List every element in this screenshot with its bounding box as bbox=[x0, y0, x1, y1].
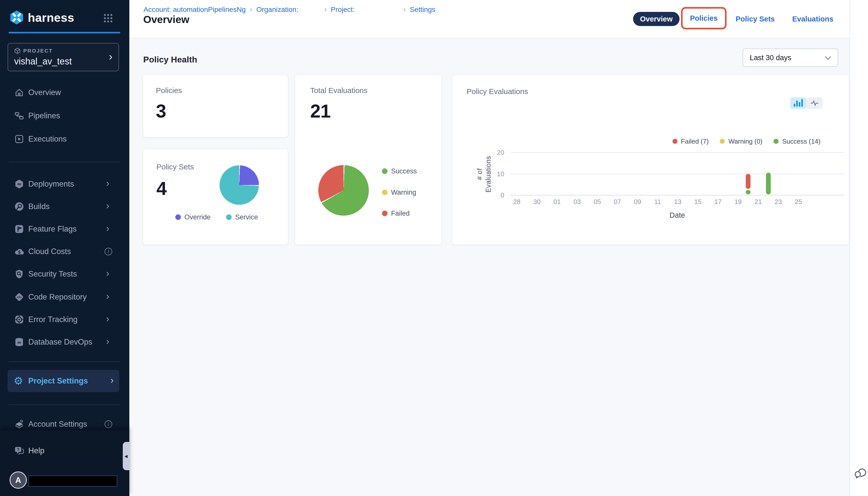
tab-policies[interactable]: Policies bbox=[690, 14, 718, 22]
sidebar-item-label: Feature Flags bbox=[28, 224, 77, 234]
pipelines-icon bbox=[14, 110, 25, 121]
gridline bbox=[510, 195, 844, 196]
legend-dot-warning bbox=[382, 190, 387, 195]
sidebar-item-label: Pipelines bbox=[28, 111, 60, 120]
chevron-right-icon: › bbox=[106, 200, 109, 211]
bar-segment-failed bbox=[746, 174, 751, 189]
x-tick-label: 11 bbox=[649, 198, 666, 206]
avatar[interactable]: A bbox=[10, 471, 27, 489]
sidebar-item-help[interactable]: ? Help bbox=[0, 440, 129, 461]
policies-card: Policies 3 bbox=[143, 75, 288, 137]
chevron-down-icon bbox=[825, 53, 831, 60]
deployments-icon: ∞ bbox=[14, 179, 25, 190]
gridline bbox=[510, 174, 844, 174]
sidebar-item-security-tests[interactable]: Security Tests › bbox=[0, 264, 129, 284]
main-content: Policy Health Last 30 days Policies 3 Po… bbox=[129, 38, 850, 496]
sidebar-item-label: Cloud Costs bbox=[28, 247, 71, 256]
x-tick-label: 01 bbox=[548, 198, 566, 206]
sidebar-item-database-devops[interactable]: ∞ Database DevOps › bbox=[0, 332, 129, 352]
sidebar-item-code-repository[interactable]: </> Code Repository › bbox=[0, 287, 129, 307]
sidebar-bottom-panel: ? Help A bbox=[0, 430, 129, 496]
sidebar-item-builds[interactable]: Builds › bbox=[0, 197, 129, 217]
breadcrumb-account[interactable]: Account: automationPipelinesNg bbox=[144, 5, 246, 14]
svg-text:∞: ∞ bbox=[17, 181, 21, 187]
help-icon: ? bbox=[14, 445, 25, 456]
chevron-right-icon: › bbox=[110, 375, 114, 386]
legend-dot-failed bbox=[382, 211, 387, 216]
legend-item: Success bbox=[382, 167, 417, 176]
sidebar-item-project-settings[interactable]: ⚙ Project Settings › bbox=[7, 370, 119, 392]
sidebar-item-label: Builds bbox=[28, 202, 49, 211]
legend-dot-override bbox=[175, 214, 181, 220]
x-tick-label: 21 bbox=[749, 198, 767, 206]
policy-sets-count: 4 bbox=[156, 178, 166, 199]
bar-segment-success bbox=[766, 173, 771, 195]
policy-sets-card: Policy Sets 4 Override Service bbox=[143, 150, 288, 245]
policies-count: 3 bbox=[156, 100, 166, 122]
svg-text:?: ? bbox=[17, 448, 19, 452]
x-tick-label: 28 bbox=[508, 198, 526, 206]
tab-policy-sets[interactable]: Policy Sets bbox=[736, 15, 775, 23]
y-tick-label: 0 bbox=[483, 191, 504, 199]
sidebar-item-label: Code Repository bbox=[28, 293, 87, 301]
total-evaluations-card: Total Evaluations 21 Success Warning Fai… bbox=[295, 75, 441, 245]
total-evaluations-count: 21 bbox=[310, 100, 331, 122]
code-repository-icon: </> bbox=[14, 292, 25, 303]
apps-grid-icon[interactable] bbox=[102, 13, 114, 24]
chevron-right-icon: › bbox=[106, 178, 109, 189]
tab-evaluations[interactable]: Evaluations bbox=[792, 15, 833, 23]
legend-label: Success bbox=[391, 167, 417, 175]
legend-item: Override bbox=[175, 213, 211, 222]
sidebar-divider bbox=[9, 361, 120, 362]
sidebar-item-label: Overview bbox=[28, 88, 61, 97]
breadcrumb-settings[interactable]: Settings bbox=[410, 5, 435, 14]
sidebar-item-label: Security Tests bbox=[28, 269, 77, 279]
breadcrumb-organization[interactable]: Organization: bbox=[256, 5, 299, 14]
breadcrumb-project[interactable]: Project: bbox=[331, 5, 355, 14]
x-tick-label: 25 bbox=[789, 198, 807, 206]
sidebar: harness PROJECT vishal_av_test › Overvie… bbox=[0, 0, 129, 496]
sidebar-item-label: Database DevOps bbox=[28, 338, 92, 346]
logo-underline bbox=[9, 32, 120, 33]
legend-label: Warning bbox=[391, 189, 416, 197]
policy-evaluations-card: Policy Evaluations Failed (7) Warning (0… bbox=[452, 75, 849, 245]
sidebar-item-pipelines[interactable]: Pipelines bbox=[0, 106, 129, 126]
legend-item: Failed bbox=[382, 209, 410, 218]
sidebar-item-deployments[interactable]: ∞ Deployments › bbox=[0, 174, 129, 194]
project-name: vishal_av_test bbox=[14, 56, 112, 67]
support-chat-icon[interactable] bbox=[853, 466, 867, 480]
annotation-highlight: Policies bbox=[681, 7, 726, 29]
cube-icon bbox=[14, 48, 21, 54]
bar-chart-plot: # of Evaluations Date 010202830010305070… bbox=[452, 75, 849, 245]
x-tick-label: 07 bbox=[609, 198, 626, 206]
sidebar-item-executions[interactable]: Executions bbox=[0, 129, 129, 149]
page-title: Overview bbox=[143, 14, 189, 26]
sidebar-item-cloud-costs[interactable]: $ Cloud Costs i bbox=[0, 242, 129, 262]
chevron-right-icon: › bbox=[106, 223, 109, 234]
harness-logo: harness bbox=[9, 9, 74, 26]
tab-overview[interactable]: Overview bbox=[633, 12, 679, 26]
x-tick-label: 15 bbox=[689, 198, 707, 206]
info-icon[interactable]: i bbox=[105, 420, 112, 428]
info-icon[interactable]: i bbox=[105, 248, 112, 255]
project-selector[interactable]: PROJECT vishal_av_test › bbox=[7, 43, 119, 71]
breadcrumb: Account: automationPipelinesNg › Organiz… bbox=[144, 5, 435, 14]
svg-text:</>: </> bbox=[17, 295, 22, 299]
security-tests-icon bbox=[14, 268, 25, 280]
sidebar-collapse-handle[interactable]: ◀ bbox=[123, 442, 129, 470]
harness-logo-icon bbox=[9, 10, 24, 25]
sidebar-item-feature-flags[interactable]: Feature Flags › bbox=[0, 219, 129, 239]
legend-item: Service bbox=[226, 213, 258, 222]
card-label: Policy Sets bbox=[156, 162, 194, 171]
chevron-right-icon: › bbox=[250, 5, 252, 14]
date-range-select[interactable]: Last 30 days bbox=[743, 48, 838, 67]
sidebar-item-error-tracking[interactable]: Error Tracking › bbox=[0, 309, 129, 330]
sidebar-divider bbox=[9, 404, 120, 405]
date-range-value: Last 30 days bbox=[750, 49, 791, 66]
svg-text:∞: ∞ bbox=[17, 340, 21, 345]
x-tick-label: 23 bbox=[770, 198, 787, 206]
sidebar-item-overview[interactable]: Overview bbox=[0, 82, 129, 103]
sidebar-item-label: Project Settings bbox=[28, 376, 88, 386]
sidebar-item-label: Error Tracking bbox=[28, 315, 78, 324]
svg-text:$: $ bbox=[18, 250, 21, 255]
